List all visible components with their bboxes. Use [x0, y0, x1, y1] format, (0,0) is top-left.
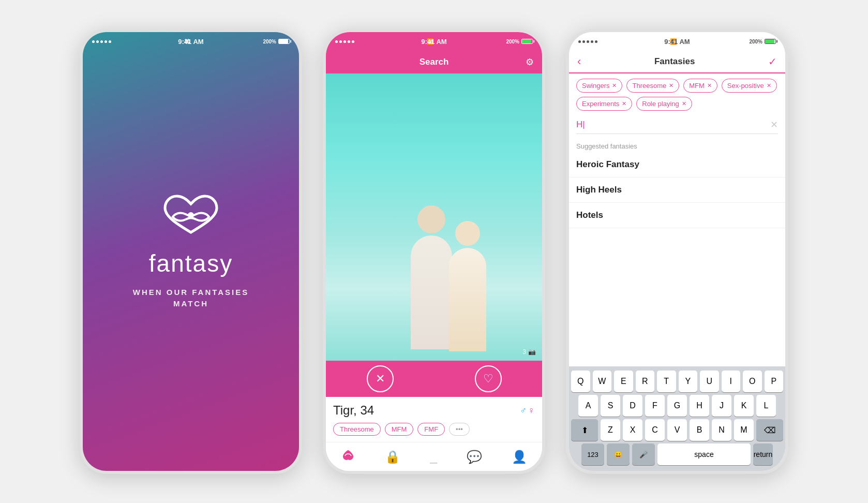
percent-label-2: 200%	[506, 39, 519, 45]
remove-mfm[interactable]: ✕	[707, 82, 712, 89]
delete-key[interactable]: ⌫	[756, 419, 783, 441]
key-x[interactable]: X	[623, 419, 642, 441]
key-w[interactable]: W	[593, 371, 612, 392]
battery-icon	[278, 39, 290, 44]
tag-threesome: Threesome	[333, 423, 381, 436]
suggestion-heroic[interactable]: Heroic Fantasy	[569, 152, 785, 177]
suggestions-label: Suggested fantasies	[569, 137, 785, 152]
profile-card: 3 📷 ✕ ♡ Tigr, 34 ♂ ♀ Threesome MFM FMF •…	[326, 73, 542, 442]
tag-fmf: FMF	[417, 423, 445, 436]
remove-swingers[interactable]: ✕	[612, 82, 617, 89]
key-j[interactable]: J	[712, 395, 731, 417]
key-123[interactable]: 123	[581, 443, 604, 465]
back-button[interactable]: ‹	[577, 55, 581, 68]
female-icon: ♀	[528, 405, 535, 416]
signal-dots-3	[578, 40, 597, 43]
key-g[interactable]: G	[667, 395, 687, 417]
fantasies-nav: ‹ Fantasies ✓	[569, 51, 785, 73]
key-c[interactable]: C	[645, 419, 665, 441]
fantasies-title: Fantasies	[654, 56, 695, 67]
key-y[interactable]: Y	[679, 371, 698, 392]
shift-key[interactable]: ⬆	[571, 419, 598, 441]
suggestion-hotels[interactable]: Hotels	[569, 203, 785, 228]
nav-activity[interactable]: ⎯	[430, 450, 437, 464]
card-name-row: Tigr, 34 ♂ ♀	[333, 403, 535, 418]
key-a[interactable]: A	[578, 395, 598, 417]
card-actions: ✕ ♡	[326, 361, 542, 397]
phone-search: 📶 9:41 AM 200% Search ⚙	[323, 29, 545, 474]
camera-icon: 📷	[528, 348, 536, 356]
remove-sex-positive[interactable]: ✕	[767, 82, 771, 89]
signal-dots-2	[335, 40, 354, 43]
gender-icons: ♂ ♀	[520, 405, 535, 416]
keyboard: Q W E R T Y U I O P A S D F G H J K L	[569, 366, 785, 471]
key-z[interactable]: Z	[601, 419, 620, 441]
suggestion-heels[interactable]: High Heels	[569, 177, 785, 203]
phone-fantasies: 📶 9:41 AM 200% ‹ Fantasies ✓ Swingers ✕ …	[566, 29, 788, 474]
tag-experiments: Experiments ✕	[576, 97, 632, 111]
key-f[interactable]: F	[645, 395, 665, 417]
key-u[interactable]: U	[700, 371, 719, 392]
tag-role-playing: Role playing ✕	[636, 97, 692, 111]
check-button[interactable]: ✓	[768, 55, 777, 68]
dislike-button[interactable]: ✕	[367, 365, 394, 392]
tag-sex-positive: Sex-positive ✕	[722, 79, 777, 93]
kb-row-1: Q W E R T Y U I O P	[571, 371, 783, 392]
key-m[interactable]: M	[734, 419, 754, 441]
card-info: Tigr, 34 ♂ ♀ Threesome MFM FMF •••	[326, 397, 542, 442]
nav-profile[interactable]: 👤	[512, 450, 527, 464]
kb-row-4: 123 😀 🎤 space return	[571, 443, 783, 465]
like-button[interactable]: ♡	[475, 365, 502, 392]
phone-splash: ⌘ 9:41 AM 200% fantasy WHEN OUR FANTASIE…	[80, 29, 302, 474]
key-i[interactable]: I	[722, 371, 741, 392]
remove-threesome[interactable]: ✕	[669, 82, 674, 89]
key-o[interactable]: O	[743, 371, 762, 392]
search-clear-icon[interactable]: ✕	[770, 119, 778, 130]
key-l[interactable]: L	[756, 395, 776, 417]
splash-background: fantasy WHEN OUR FANTASIESMATCH	[83, 32, 299, 471]
fantasy-search-input[interactable]: H|	[576, 120, 770, 130]
tag-mfm: MFM	[385, 423, 414, 436]
remove-experiments[interactable]: ✕	[622, 100, 626, 107]
key-e[interactable]: E	[614, 371, 633, 392]
status-right-3: 200%	[749, 39, 776, 45]
key-p[interactable]: P	[765, 371, 784, 392]
photo-counter: 3 📷	[522, 348, 536, 356]
key-n[interactable]: N	[712, 419, 731, 441]
battery-icon-3	[765, 39, 776, 44]
selected-tags-area: Swingers ✕ Threesome ✕ MFM ✕ Sex-positiv…	[569, 73, 785, 116]
nav-messages[interactable]: 💬	[467, 450, 482, 464]
fantasies-body: Swingers ✕ Threesome ✕ MFM ✕ Sex-positiv…	[569, 73, 785, 471]
percent-label: 200%	[263, 39, 276, 45]
male-icon: ♂	[520, 405, 527, 416]
key-v[interactable]: V	[667, 419, 687, 441]
app-name-label: fantasy	[149, 249, 233, 277]
filter-icon[interactable]: ⚙	[526, 56, 534, 68]
status-bar-1: ⌘ 9:41 AM 200%	[83, 32, 299, 51]
kb-row-3: ⬆ Z X C V B N M ⌫	[571, 419, 783, 441]
key-s[interactable]: S	[601, 395, 620, 417]
tag-more[interactable]: •••	[449, 423, 470, 436]
key-q[interactable]: Q	[571, 371, 590, 392]
svg-point-0	[188, 212, 194, 218]
splash-content: fantasy WHEN OUR FANTASIESMATCH	[133, 194, 249, 310]
key-b[interactable]: B	[690, 419, 709, 441]
return-key[interactable]: return	[753, 443, 773, 465]
profile-tags: Threesome MFM FMF •••	[333, 423, 535, 436]
remove-role-playing[interactable]: ✕	[682, 100, 686, 107]
space-key[interactable]: space	[657, 443, 751, 465]
tagline-text: WHEN OUR FANTASIESMATCH	[133, 287, 249, 310]
fantasy-search-row: H| ✕	[576, 119, 778, 134]
profile-photo: 3 📷	[326, 73, 542, 361]
key-k[interactable]: K	[734, 395, 754, 417]
key-h[interactable]: H	[690, 395, 709, 417]
key-d[interactable]: D	[623, 395, 642, 417]
emoji-key[interactable]: 😀	[607, 443, 630, 465]
key-t[interactable]: T	[657, 371, 676, 392]
mic-key[interactable]: 🎤	[632, 443, 655, 465]
key-r[interactable]: R	[636, 371, 655, 392]
nav-home[interactable]	[341, 449, 355, 465]
bottom-navigation: 🔒 ⎯ 💬 👤	[326, 442, 542, 471]
nav-lock[interactable]: 🔒	[385, 450, 400, 464]
status-right-2: 200%	[506, 39, 533, 45]
